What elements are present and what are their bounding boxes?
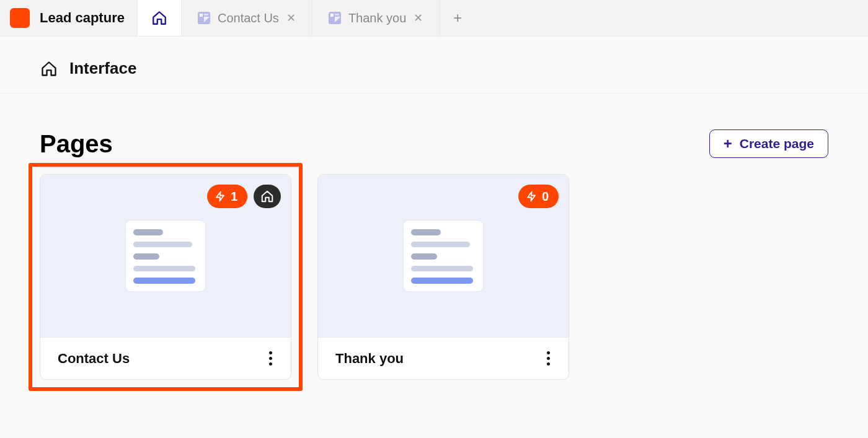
app-name: Lead capture <box>40 10 125 26</box>
form-thumbnail <box>126 221 205 291</box>
close-icon[interactable]: ✕ <box>286 11 296 25</box>
page-card-footer: Thank you <box>318 337 569 379</box>
main: Interface Pages + Create page 1 <box>0 37 868 380</box>
badge-row: 0 <box>518 185 559 208</box>
page-cards: 1 <box>40 174 828 380</box>
home-icon <box>40 59 58 78</box>
app-brand: Lead capture <box>0 0 137 36</box>
page-name: Thank you <box>335 351 404 367</box>
app-logo <box>10 8 30 28</box>
automation-count: 1 <box>231 190 237 204</box>
more-options-button[interactable] <box>265 348 276 369</box>
page-icon <box>198 12 210 24</box>
page-header: Interface <box>0 37 868 94</box>
home-icon <box>260 190 274 203</box>
automation-badge: 0 <box>518 185 559 208</box>
page-icon <box>329 12 341 24</box>
section-header: Pages + Create page <box>40 129 828 158</box>
page-card-footer: Contact Us <box>40 337 291 379</box>
page-preview: 1 <box>40 175 291 337</box>
tab-label: Contact Us <box>218 11 279 25</box>
page-card[interactable]: 1 <box>40 174 291 380</box>
tab-page-contact-us[interactable]: Contact Us ✕ <box>182 0 312 36</box>
page-card[interactable]: 0 Thank you <box>317 174 569 380</box>
home-icon <box>151 10 167 26</box>
more-options-button[interactable] <box>543 348 554 369</box>
button-label: Create page <box>740 136 814 151</box>
automation-count: 0 <box>542 190 549 204</box>
page-name: Contact Us <box>58 351 130 367</box>
create-page-button[interactable]: + Create page <box>709 129 828 158</box>
selection-highlight: 1 <box>29 163 303 391</box>
tab-page-thank-you[interactable]: Thank you ✕ <box>312 0 440 36</box>
close-icon[interactable]: ✕ <box>414 11 423 25</box>
automation-badge: 1 <box>207 185 247 208</box>
bolt-icon <box>526 191 537 202</box>
badge-row: 1 <box>207 185 281 208</box>
section-title: Pages <box>40 130 113 158</box>
bolt-icon <box>215 191 226 202</box>
home-badge <box>254 185 281 208</box>
page-preview: 0 <box>318 175 569 337</box>
tab-home[interactable] <box>137 0 182 36</box>
plus-icon: + <box>453 9 462 27</box>
tab-add[interactable]: + <box>440 0 476 36</box>
form-thumbnail <box>404 221 483 291</box>
pages-section: Pages + Create page 1 <box>0 94 868 380</box>
tab-label: Thank you <box>348 11 406 25</box>
tab-bar: Lead capture Contact Us ✕ Thank you ✕ + <box>0 0 868 37</box>
page-title: Interface <box>69 59 136 78</box>
